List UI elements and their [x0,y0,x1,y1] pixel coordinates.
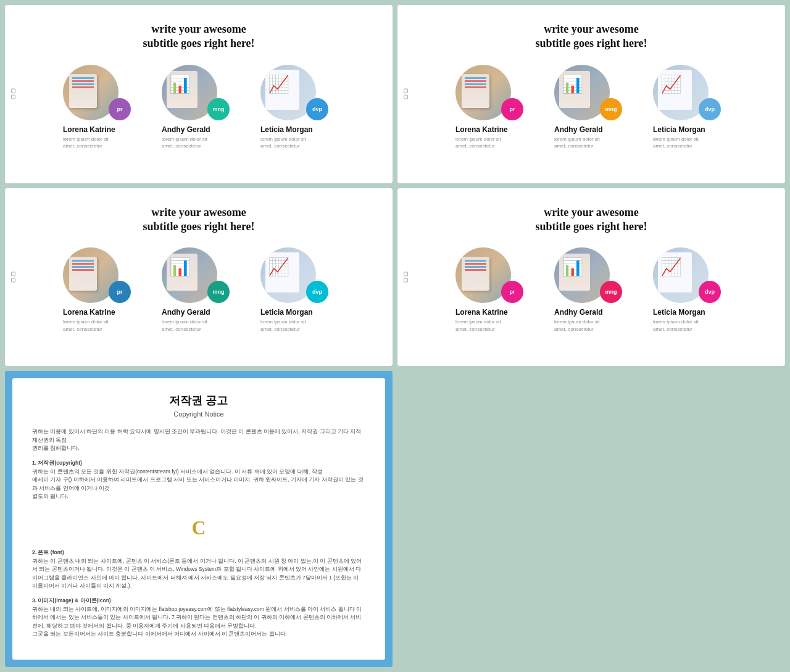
member-name: Lorena Katrine [63,125,115,134]
member-name: Andhy Gerald [554,125,603,134]
team-member: mng Andhy Gerald lorem ipsum dolor sit a… [554,247,628,332]
member-desc: lorem ipsum dolor sit amet, consectetur [162,318,207,332]
slide-4-team-row: pr Lorena Katrine lorem ipsum dolor sit … [455,247,727,332]
badge: dvp [699,98,721,120]
member-desc: lorem ipsum dolor sit amet, consectetur [554,318,600,332]
copyright-subtitle: Copyright Notice [32,410,365,418]
member-name: Leticia Morgan [653,125,705,134]
icon-dot [404,272,408,276]
slide-2-title: write your awesome subtitle goes right h… [535,22,647,51]
team-member: pr Lorena Katrine lorem ipsum dolor sit … [455,65,530,149]
member-name: Lorena Katrine [63,308,115,317]
icon-dot [404,89,408,93]
member-desc: lorem ipsum dolor sit amet, consectetur [162,136,207,149]
badge: mng [207,281,230,303]
member-desc: lorem ipsum dolor sit amet, consectetur [63,318,109,332]
badge: pr [501,281,523,303]
avatar-wrapper: pr [455,65,523,120]
icon-dot [11,278,15,282]
badge: dvp [306,98,328,120]
slide-icon-left-4 [404,272,408,282]
copyright-section2: 2. 폰트 (font) 귀하는 이 콘텐츠 내의 되는 사이트에, 콘텐츠 이… [32,549,365,591]
team-member: mng Andhy Gerald lorem ipsum dolor sit a… [162,247,236,332]
slide-1-title: write your awesome subtitle goes right h… [143,22,254,51]
slide-4-title: write your awesome subtitle goes right h… [535,205,647,234]
member-desc: lorem ipsum dolor sit amet, consectetur [63,136,109,149]
avatar-wrapper: dvp [260,65,328,120]
member-desc: lorem ipsum dolor sit amet, consectetur [653,136,699,149]
member-name: Leticia Morgan [260,125,313,134]
member-desc: lorem ipsum dolor sit amet, consectetur [455,136,501,149]
slide-icon-left-2 [404,89,408,99]
member-name: Lorena Katrine [455,308,508,317]
team-member: pr Lorena Katrine lorem ipsum dolor sit … [455,247,530,332]
gold-c-symbol: C [191,512,206,544]
copyright-title: 저작권 공고 [32,393,365,408]
copyright-intro: 귀하는 이용에 있어서 하단의 이용 허락 요약서에 명시된 조건이 부과됩니다… [32,428,365,453]
team-member: dvp Leticia Morgan lorem ipsum dolor sit… [653,247,727,332]
team-member: dvp Leticia Morgan lorem ipsum dolor sit… [260,65,335,149]
badge: mng [207,98,230,120]
slide-icon-left-1 [11,89,15,99]
icon-dot [404,278,408,282]
avatar-wrapper: pr [63,65,131,120]
team-member: mng Andhy Gerald lorem ipsum dolor sit a… [162,65,236,149]
slide-4: write your awesome subtitle goes right h… [397,188,785,367]
copyright-section3: 3. 이미지(image) & 아이콘(icon) 귀하는 내의 되는 사이트에… [32,597,365,639]
member-desc: lorem ipsum dolor sit amet, consectetur [455,318,501,332]
green-placeholder [397,371,785,667]
team-member: dvp Leticia Morgan lorem ipsum dolor sit… [653,65,727,149]
avatar-wrapper: dvp [653,65,721,120]
icon-dot [404,95,408,99]
avatar-wrapper: mng [162,247,230,303]
badge: mng [600,98,622,120]
team-member: pr Lorena Katrine lorem ipsum dolor sit … [63,247,137,332]
member-name: Leticia Morgan [653,308,705,317]
slide-3: write your awesome subtitle goes right h… [5,188,393,367]
avatar-wrapper: mng [554,247,622,303]
slide-3-team-row: pr Lorena Katrine lorem ipsum dolor sit … [63,247,335,332]
badge: pr [109,98,131,120]
badge: pr [109,281,131,303]
member-name: Leticia Morgan [260,308,313,317]
team-member: pr Lorena Katrine lorem ipsum dolor sit … [63,65,137,149]
icon-dot [11,95,15,99]
badge: dvp [699,281,721,303]
member-desc: lorem ipsum dolor sit amet, consectetur [653,318,699,332]
slide-icon-left-3 [11,272,15,282]
badge: mng [600,281,622,303]
icon-dot [11,89,15,93]
team-member: mng Andhy Gerald lorem ipsum dolor sit a… [554,65,628,149]
member-name: Andhy Gerald [554,308,603,317]
copyright-slide: 저작권 공고 Copyright Notice 귀하는 이용에 있어서 하단의 … [5,371,393,667]
copyright-body: 귀하는 이용에 있어서 하단의 이용 허락 요약서에 명시된 조건이 부과됩니다… [32,428,365,639]
avatar-wrapper: mng [554,65,622,120]
avatar-wrapper: mng [162,65,230,120]
member-desc: lorem ipsum dolor sit amet, consectetur [260,318,306,332]
badge: pr [501,98,523,120]
avatar-wrapper: pr [63,247,131,303]
slide-3-title: write your awesome subtitle goes right h… [143,205,254,234]
slide-1-team-row: pr Lorena Katrine lorem ipsum dolor sit … [63,65,335,149]
slide-2-team-row: pr Lorena Katrine lorem ipsum dolor sit … [455,65,727,149]
avatar-wrapper: dvp [653,247,721,303]
slide-1: write your awesome subtitle goes right h… [5,5,393,183]
badge: dvp [306,281,328,303]
slide-2: write your awesome subtitle goes right h… [397,5,785,183]
member-name: Andhy Gerald [162,125,210,134]
copyright-inner: 저작권 공고 Copyright Notice 귀하는 이용에 있어서 하단의 … [12,378,385,660]
team-member: dvp Leticia Morgan lorem ipsum dolor sit… [260,247,335,332]
icon-dot [11,272,15,276]
member-name: Lorena Katrine [455,125,508,134]
member-desc: lorem ipsum dolor sit amet, consectetur [260,136,306,149]
member-desc: lorem ipsum dolor sit amet, consectetur [554,136,600,149]
avatar-wrapper: pr [455,247,523,303]
avatar-wrapper: dvp [260,247,328,303]
copyright-section1: 1. 저작권(copyright) 귀하는 이 콘텐츠의 모든 것을 위한 저작… [32,459,365,501]
member-name: Andhy Gerald [162,308,210,317]
